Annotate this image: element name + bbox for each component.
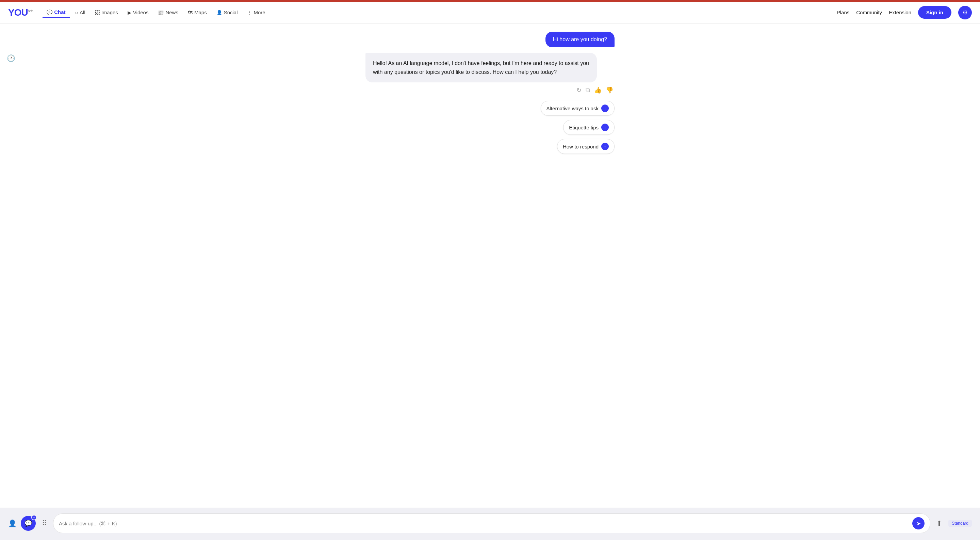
- ai-bubble: Hello! As an AI language model, I don't …: [366, 53, 597, 83]
- suggestion-label: Alternative ways to ask: [546, 105, 598, 112]
- nav-item-maps[interactable]: 🗺Maps: [184, 8, 211, 18]
- extension-link[interactable]: Extension: [889, 10, 911, 15]
- nav-label-images: Images: [102, 10, 118, 15]
- main-content: 🕐 Hi how are you doing? Hello! As an AI …: [0, 24, 980, 508]
- nav-icon-maps: 🗺: [188, 10, 192, 15]
- suggestion-chip-icon: ↑: [601, 143, 609, 150]
- grid-icon: ⠿: [42, 519, 47, 527]
- nav-icon-images: 🖼: [95, 10, 100, 15]
- suggestion-label: How to respond: [563, 144, 598, 150]
- nav-item-chat[interactable]: 💬Chat: [43, 7, 69, 18]
- grid-icon-button[interactable]: ⠿: [40, 517, 49, 529]
- signin-button[interactable]: Sign in: [918, 6, 951, 19]
- gear-icon: ⚙: [962, 9, 968, 16]
- share-icon: ⬆: [937, 519, 942, 527]
- suggestion-how-to-respond[interactable]: How to respond↑: [557, 139, 614, 154]
- share-button[interactable]: ⬆: [934, 517, 944, 529]
- suggestions: Alternative ways to ask↑Etiquette tips↑H…: [366, 101, 614, 154]
- nav: 💬Chat○All🖼Images▶Videos📰News🗺Maps👤Social…: [43, 7, 269, 18]
- nav-label-videos: Videos: [133, 10, 149, 15]
- person-icon[interactable]: 👤: [8, 519, 17, 527]
- header-right: Plans Community Extension Sign in ⚙: [837, 6, 972, 19]
- gear-button[interactable]: ⚙: [958, 6, 972, 19]
- nav-item-news[interactable]: 📰News: [154, 8, 182, 18]
- nav-icon-social: 👤: [216, 10, 222, 15]
- copy-icon[interactable]: ⧉: [585, 86, 590, 94]
- nav-label-more: More: [254, 10, 266, 15]
- nav-item-more[interactable]: ⋮More: [243, 8, 269, 18]
- suggestion-etiquette-tips[interactable]: Etiquette tips↑: [563, 120, 614, 135]
- suggestion-chip-icon: ↑: [601, 105, 609, 112]
- new-chat-button[interactable]: 💬 +: [21, 516, 36, 531]
- nav-item-social[interactable]: 👤Social: [212, 8, 242, 18]
- nav-icon-all: ○: [75, 10, 78, 15]
- community-link[interactable]: Community: [856, 10, 882, 15]
- new-chat-wrap: 💬 +: [21, 516, 36, 531]
- action-row: ↻ ⧉ 👍 👎: [366, 86, 614, 94]
- input-wrap: ➤: [53, 513, 930, 533]
- thumbsup-icon[interactable]: 👍: [594, 86, 601, 94]
- history-icon[interactable]: 🕐: [7, 54, 15, 62]
- nav-label-maps: Maps: [194, 10, 207, 15]
- thumbsdown-icon[interactable]: 👎: [606, 86, 613, 94]
- new-chat-badge: +: [31, 515, 37, 520]
- nav-item-images[interactable]: 🖼Images: [91, 8, 122, 18]
- plans-link[interactable]: Plans: [837, 10, 850, 15]
- nav-icon-news: 📰: [158, 10, 164, 15]
- suggestion-label: Etiquette tips: [569, 124, 598, 131]
- bottom-bar: 👤 💬 + ⠿ ➤ ⬆ Standard: [0, 508, 980, 540]
- nav-icon-videos: ▶: [127, 10, 131, 15]
- nav-icon-more: ⋮: [247, 10, 252, 15]
- nav-label-all: All: [80, 10, 86, 15]
- user-bubble: Hi how are you doing?: [546, 32, 614, 47]
- send-icon: ➤: [916, 520, 921, 527]
- nav-item-all[interactable]: ○All: [71, 8, 89, 18]
- nav-label-news: News: [165, 10, 178, 15]
- send-button[interactable]: ➤: [912, 517, 924, 529]
- standard-badge[interactable]: Standard: [948, 520, 972, 527]
- suggestion-chip-icon: ↑: [601, 124, 609, 131]
- user-message: Hi how are you doing?: [366, 32, 614, 47]
- chat-container: Hi how are you doing? Hello! As an AI la…: [357, 24, 623, 154]
- suggestion-alternative-ways[interactable]: Alternative ways to ask↑: [541, 101, 614, 116]
- logo[interactable]: YOUbeta: [8, 7, 33, 18]
- chat-icon: 💬: [24, 519, 32, 527]
- nav-item-videos[interactable]: ▶Videos: [124, 8, 153, 18]
- header: YOUbeta 💬Chat○All🖼Images▶Videos📰News🗺Map…: [0, 2, 980, 24]
- chat-input[interactable]: [59, 521, 910, 526]
- refresh-icon[interactable]: ↻: [576, 86, 582, 94]
- nav-label-social: Social: [224, 10, 238, 15]
- nav-icon-chat: 💬: [47, 10, 52, 15]
- ai-message: Hello! As an AI language model, I don't …: [366, 53, 614, 83]
- nav-label-chat: Chat: [54, 9, 65, 15]
